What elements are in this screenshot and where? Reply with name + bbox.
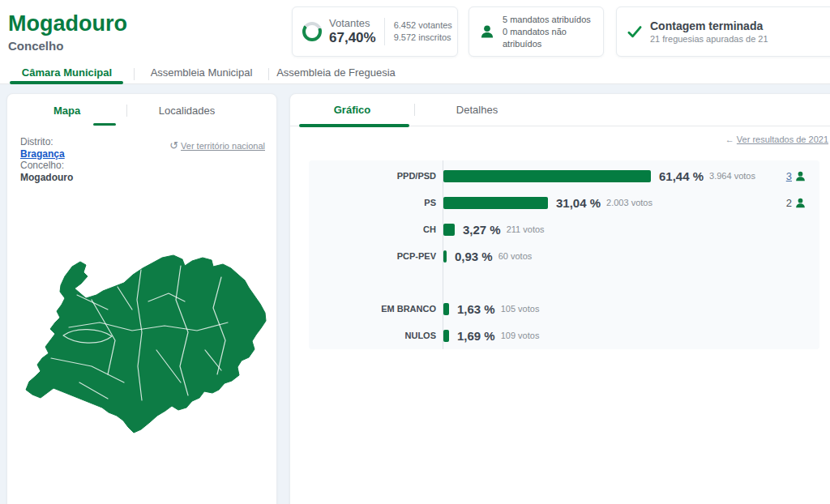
person-icon — [794, 170, 806, 182]
mandates-ps: 2 — [786, 194, 806, 211]
party-percent: 1,69 % — [457, 329, 495, 343]
tab-detalhes[interactable]: Detalhes — [415, 104, 539, 116]
party-percent: 31,04 % — [556, 196, 601, 210]
party-bar[interactable] — [443, 303, 449, 315]
turnout-voters: 6.452 votantes — [394, 19, 452, 32]
page-subtitle: Concelho — [8, 39, 63, 53]
municipality-map[interactable] — [19, 253, 267, 441]
person-icon — [479, 23, 495, 40]
chart-row-ch: CH 3,27 % 211 votos — [309, 220, 819, 238]
party-percent: 61,44 % — [659, 169, 704, 183]
district-label: Distrito: — [20, 136, 73, 148]
turnout-card: Votantes 67,40% 6.452 votantes 9.572 ins… — [292, 6, 458, 57]
active-tab-underline — [10, 81, 123, 84]
party-label: PPD/PSD — [309, 171, 436, 181]
party-percent: 3,27 % — [463, 223, 501, 237]
mandates-assigned: 5 mandatos atribuídos — [503, 14, 603, 26]
party-votes: 3.964 votos — [709, 171, 755, 181]
results-2021-label: Ver resultados de 2021 — [737, 135, 828, 144]
results-panel: Gráfico Detalhes ← Ver resultados de 202… — [289, 93, 830, 504]
page-title: Mogadouro — [8, 11, 127, 36]
map-tab-bar: Mapa Localidades — [7, 94, 276, 126]
count-status-title: Contagem terminada — [650, 19, 768, 32]
chart-row-em-branco: EM BRANCO 1,63 % 105 votos — [309, 300, 819, 318]
card-divider — [384, 18, 385, 45]
party-label: EM BRANCO — [309, 304, 436, 314]
chart-row-ppd-psd: PPD/PSD 61,44 % 3.964 votos — [309, 167, 819, 185]
party-label: CH — [309, 224, 436, 234]
party-bar[interactable] — [443, 330, 449, 342]
party-bar[interactable] — [443, 224, 455, 236]
mandates-unassigned: 0 mandatos não atribuídos — [503, 26, 603, 50]
turnout-ring-icon — [302, 22, 322, 41]
active-tab-underline — [299, 124, 409, 127]
page-root: Mogadouro Concelho Votantes 67,40% 6.452… — [0, 0, 830, 504]
party-label: PS — [309, 198, 436, 207]
party-votes: 2.003 votos — [606, 198, 652, 207]
party-label: PCP-PEV — [309, 251, 436, 261]
count-status-card: Contagem terminada 21 freguesias apurada… — [616, 6, 830, 57]
party-bar[interactable] — [443, 170, 651, 182]
turnout-registered: 9.572 inscritos — [394, 32, 452, 44]
council-value: Mogadouro — [20, 172, 73, 184]
council-label: Concelho: — [20, 160, 73, 172]
party-votes: 105 votos — [501, 304, 540, 314]
chart-row-nulos: NULOS 1,69 % 109 votos — [309, 327, 819, 344]
results-2021-link[interactable]: ← Ver resultados de 2021 — [725, 135, 828, 144]
party-votes: 109 votos — [501, 331, 540, 340]
check-icon — [627, 23, 643, 40]
mandates-card: 5 mandatos atribuídos 0 mandatos não atr… — [468, 6, 604, 57]
person-icon — [794, 197, 806, 209]
mandate-count-link[interactable]: 3 — [786, 170, 792, 182]
district-link[interactable]: Bragança — [20, 148, 73, 160]
national-territory-label: Ver território nacional — [181, 141, 265, 151]
tab-mapa[interactable]: Mapa — [7, 105, 126, 117]
party-bar[interactable] — [443, 250, 447, 263]
active-tab-underline — [93, 123, 116, 126]
chart-row-ps: PS 31,04 % 2.003 votos — [309, 194, 819, 211]
undo-icon: ↺ — [169, 139, 178, 152]
results-tab-bar: Gráfico Detalhes — [290, 94, 830, 126]
party-votes: 60 votos — [498, 251, 533, 261]
count-status-subtitle: 21 freguesias apuradas de 21 — [650, 34, 768, 44]
left-arrow-icon: ← — [725, 135, 734, 144]
tab-bar-border — [0, 83, 830, 84]
tab-assembleia-municipal[interactable]: Assembleia Municipal — [135, 66, 268, 84]
mandates-ppd-psd: 3 — [786, 167, 806, 185]
tab-localidades[interactable]: Localidades — [127, 105, 246, 117]
geo-info: Distrito: Bragança Concelho: Mogadouro — [20, 136, 73, 183]
results-bar-chart: PPD/PSD 61,44 % 3.964 votos 3 PS 31,04 %… — [309, 160, 819, 349]
party-bar[interactable] — [443, 197, 548, 209]
main-tab-bar: Câmara Municipal Assembleia Municipal As… — [0, 66, 830, 84]
tab-grafico[interactable]: Gráfico — [290, 104, 414, 116]
party-label: NULOS — [309, 331, 436, 340]
map-panel: Mapa Localidades Distrito: Bragança Conc… — [6, 93, 277, 504]
party-percent: 0,93 % — [455, 250, 493, 263]
mandate-count: 2 — [786, 197, 792, 209]
national-territory-link[interactable]: ↺Ver território nacional — [169, 139, 265, 152]
tab-assembleia-freguesia[interactable]: Assembleia de Freguesia — [269, 66, 403, 84]
party-votes: 211 votos — [507, 224, 545, 234]
chart-row-pcp-pev: PCP-PEV 0,93 % 60 votos — [309, 247, 819, 265]
turnout-percent: 67,40% — [329, 30, 376, 46]
party-percent: 1,63 % — [457, 302, 495, 316]
turnout-label: Votantes — [329, 17, 376, 29]
